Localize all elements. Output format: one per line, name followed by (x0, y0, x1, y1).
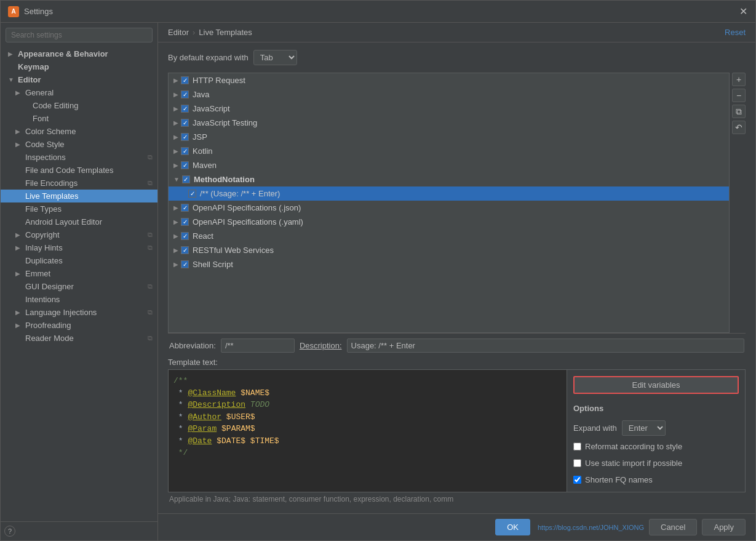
expand-select[interactable]: Tab Enter Space (253, 50, 297, 65)
group-checkbox[interactable] (181, 76, 189, 84)
arrow-icon: ▼ (8, 76, 15, 83)
search-input[interactable] (6, 28, 153, 42)
shorten-fq-row: Shorten FQ names (573, 474, 739, 486)
desc-input[interactable] (347, 339, 744, 353)
footer-url[interactable]: https://blog.csdn.net/JOHN_XIONG (538, 524, 644, 531)
panel-header: Editor › Live Templates Reset (158, 23, 755, 42)
reset-button[interactable]: Reset (725, 28, 746, 37)
group-checkbox[interactable] (181, 133, 189, 141)
copy-button[interactable]: ⧉ (732, 105, 746, 118)
close-button[interactable]: ✕ (738, 7, 748, 17)
sidebar-item-android-layout[interactable]: Android Layout Editor (1, 215, 157, 228)
tpl-group-java[interactable]: ▶ Java (169, 87, 729, 102)
arrow-icon: ▶ (15, 322, 23, 329)
item-checkbox[interactable] (188, 190, 196, 198)
tpl-group-javascript[interactable]: ▶ JavaScript (169, 102, 729, 116)
sidebar-item-code-style[interactable]: ▶ Code Style (1, 138, 157, 151)
sidebar-item-copyright[interactable]: ▶ Copyright ⧉ (1, 228, 157, 241)
tpl-group-http[interactable]: ▶ HTTP Request (169, 73, 729, 87)
apply-button[interactable]: Apply (702, 519, 746, 535)
sidebar-item-live-templates[interactable]: Live Templates (1, 190, 157, 202)
sidebar-item-appearance[interactable]: ▶ Appearance & Behavior (1, 47, 157, 60)
tpl-group-js-testing[interactable]: ▶ JavaScript Testing (169, 116, 729, 130)
tpl-group-jsp[interactable]: ▶ JSP (169, 130, 729, 144)
group-checkbox[interactable] (181, 204, 189, 212)
group-checkbox[interactable] (181, 246, 189, 254)
sidebar-item-reader-mode[interactable]: Reader Mode ⧉ (1, 332, 157, 345)
expand-with-select[interactable]: Enter Tab Space (622, 420, 666, 436)
expand-arrow-icon: ▶ (173, 204, 178, 211)
sidebar-item-intentions[interactable]: Intentions (1, 293, 157, 306)
sidebar-item-editor[interactable]: ▼ Editor (1, 73, 157, 86)
expand-arrow-icon: ▶ (173, 148, 178, 154)
copy-icon: ⧉ (148, 179, 153, 187)
code-editor[interactable]: /** * @ClassName $NAME$ * @Description T… (168, 369, 567, 492)
sidebar-item-label: Duplicates (25, 256, 63, 265)
sidebar-item-proofreading[interactable]: ▶ Proofreading (1, 319, 157, 332)
group-checkbox[interactable] (181, 119, 189, 127)
expand-arrow-icon: ▶ (173, 162, 178, 169)
sidebar-item-keymap[interactable]: Keymap (1, 60, 157, 73)
static-import-checkbox[interactable] (573, 459, 581, 467)
sidebar-item-label: Reader Mode (25, 334, 74, 343)
group-checkbox[interactable] (182, 175, 190, 183)
group-checkbox[interactable] (181, 232, 189, 240)
group-checkbox[interactable] (181, 147, 189, 155)
sidebar-item-gui-designer[interactable]: GUI Designer ⧉ (1, 280, 157, 293)
tpl-group-openapi-yaml[interactable]: ▶ OpenAPI Specifications (.yaml) (169, 215, 729, 229)
group-label: Java (193, 90, 209, 99)
sidebar-item-label: Proofreading (25, 321, 71, 330)
add-button[interactable]: + (732, 73, 746, 86)
sidebar-item-emmet[interactable]: ▶ Emmet (1, 267, 157, 280)
abbrev-input[interactable] (221, 339, 295, 353)
group-checkbox[interactable] (181, 260, 189, 268)
group-checkbox[interactable] (181, 161, 189, 169)
tpl-item-javadoc[interactable]: /** (Usage: /** + Enter) (169, 186, 729, 201)
group-checkbox[interactable] (181, 105, 189, 113)
app-icon: A (8, 6, 19, 17)
sidebar-item-file-types[interactable]: File Types (1, 202, 157, 215)
help-button[interactable]: ? (4, 526, 15, 537)
sidebar-item-inlay-hints[interactable]: ▶ Inlay Hints ⧉ (1, 241, 157, 254)
expand-arrow-icon: ▶ (173, 77, 178, 84)
tpl-group-restful[interactable]: ▶ RESTful Web Services (169, 243, 729, 257)
tpl-group-shell[interactable]: ▶ Shell Script (169, 257, 729, 271)
edit-variables-button[interactable]: Edit variables (573, 376, 739, 394)
title-bar: A Settings ✕ (1, 1, 755, 23)
shorten-fq-checkbox[interactable] (573, 476, 581, 484)
sidebar-item-label: Appearance & Behavior (18, 49, 108, 58)
main-content: ▶ Appearance & Behavior Keymap ▼ Editor … (1, 23, 755, 540)
tpl-group-maven[interactable]: ▶ Maven (169, 158, 729, 172)
reformat-checkbox[interactable] (573, 443, 581, 451)
tpl-group-kotlin[interactable]: ▶ Kotlin (169, 144, 729, 158)
sidebar-item-file-encodings[interactable]: File Encodings ⧉ (1, 177, 157, 190)
sidebar-tree: ▶ Appearance & Behavior Keymap ▼ Editor … (1, 47, 157, 521)
copy-icon: ⧉ (148, 334, 153, 342)
undo-button[interactable]: ↶ (732, 121, 746, 134)
sidebar-item-color-scheme[interactable]: ▶ Color Scheme (1, 125, 157, 138)
reformat-row: Reformat according to style (573, 441, 739, 452)
sidebar-item-file-templates[interactable]: File and Code Templates (1, 164, 157, 177)
sidebar-item-label: Emmet (25, 269, 50, 278)
sidebar-item-code-editing[interactable]: Code Editing (1, 99, 157, 112)
options-panel: Edit variables Options Expand with Enter… (567, 369, 746, 492)
remove-button[interactable]: − (732, 89, 746, 102)
reformat-label: Reformat according to style (585, 442, 682, 451)
sidebar-item-font[interactable]: Font (1, 112, 157, 125)
group-label: MethodNotation (194, 175, 255, 184)
sidebar-item-general[interactable]: ▶ General (1, 86, 157, 99)
tpl-group-methodnotation[interactable]: ▼ MethodNotation (169, 172, 729, 186)
ok-button[interactable]: OK (495, 519, 530, 535)
copy-icon: ⧉ (148, 283, 153, 291)
sidebar-item-duplicates[interactable]: Duplicates (1, 254, 157, 267)
breadcrumb: Editor › Live Templates (168, 28, 252, 37)
group-checkbox[interactable] (181, 218, 189, 226)
sidebar-item-language-injections[interactable]: ▶ Language Injections ⧉ (1, 306, 157, 319)
cancel-button[interactable]: Cancel (649, 519, 697, 535)
tpl-group-react[interactable]: ▶ React (169, 229, 729, 243)
sidebar-item-inspections[interactable]: Inspections ⧉ (1, 151, 157, 164)
tpl-group-openapi-json[interactable]: ▶ OpenAPI Specifications (.json) (169, 201, 729, 215)
group-checkbox[interactable] (181, 90, 189, 98)
group-label: Shell Script (193, 260, 233, 269)
template-text-label: Template text: (168, 358, 746, 367)
